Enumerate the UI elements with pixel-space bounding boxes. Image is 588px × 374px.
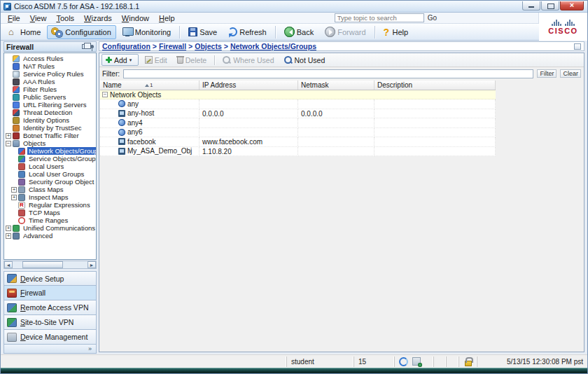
sidebar-item-local-users[interactable]: Local Users <box>6 162 96 170</box>
collapse-icon[interactable] <box>6 141 11 146</box>
expand-icon[interactable] <box>6 233 11 239</box>
search-go-button[interactable]: Go <box>428 14 437 22</box>
pin-panel-icon[interactable] <box>90 45 94 48</box>
sidebar-item-service-objects-groups[interactable]: Service Objects/Groups <box>6 155 96 162</box>
sidebar-item-identity-options[interactable]: Identity Options <box>6 116 96 124</box>
host-icon <box>118 138 125 145</box>
table-row[interactable]: My_ASA_Demo_Obj 1.10.8.20 <box>100 147 496 157</box>
sidebar-item-security-group-object-group[interactable]: Security Group Object Group <box>6 178 96 186</box>
menu-tools[interactable]: Tools <box>51 13 79 23</box>
sidebar-item-objects[interactable]: Objects <box>6 139 96 147</box>
expand-icon[interactable] <box>11 195 17 200</box>
expand-icon[interactable] <box>6 226 11 231</box>
column-header-name[interactable]: Name 1 <box>100 81 200 90</box>
undock-panel-icon[interactable] <box>82 44 88 49</box>
column-header-netmask[interactable]: Netmask <box>298 81 374 90</box>
back-button[interactable]: Back <box>279 25 318 39</box>
sidebar-item-botnet-traffic-filter[interactable]: Botnet Traffic Filter <box>6 132 96 139</box>
minimize-button[interactable] <box>522 1 540 11</box>
sidebar-item-service-policy-rules[interactable]: Service Policy Rules <box>6 70 96 78</box>
table-row[interactable]: any6 <box>100 128 496 138</box>
device-management-icon <box>7 333 17 342</box>
scrollbar-thumb[interactable] <box>22 261 63 268</box>
filter-input[interactable] <box>123 69 533 78</box>
collapse-nav-icon[interactable] <box>88 345 92 352</box>
sidebar-item-nat-rules[interactable]: NAT Rules <box>6 62 96 70</box>
group-row-network-objects[interactable]: Network Objects <box>100 90 496 99</box>
breadcrumb-network-objects-groups[interactable]: Network Objects/Groups <box>230 42 316 50</box>
filter-clear-link[interactable]: Clear <box>560 69 581 78</box>
group-collapse-icon[interactable] <box>102 92 108 97</box>
home-button[interactable]: Home <box>4 25 46 39</box>
configuration-button[interactable]: Configuration <box>47 25 115 39</box>
table-row[interactable]: facebook www.facebook.com <box>100 137 496 147</box>
sidebar-item-inspect-maps[interactable]: Inspect Maps <box>6 193 96 201</box>
delete-button[interactable]: Delete <box>174 54 210 66</box>
sidebar-item-advanced[interactable]: Advanced <box>6 232 96 240</box>
sidebar-item-network-objects-groups[interactable]: Network Objects/Groups <box>6 147 96 155</box>
breadcrumb-firewall[interactable]: Firewall <box>159 42 186 50</box>
table-row[interactable]: any-host 0.0.0.0 0.0.0.0 <box>100 109 496 119</box>
monitoring-button[interactable]: Monitoring <box>118 25 176 39</box>
cisco-logo: CISCO <box>538 13 587 41</box>
table-row[interactable]: any4 <box>100 118 496 128</box>
nav-remote-access-vpn[interactable]: Remote Access VPN <box>4 300 97 315</box>
expand-icon[interactable] <box>6 133 11 139</box>
not-used-button[interactable]: Not Used <box>281 54 329 66</box>
scroll-right-arrow-icon[interactable] <box>88 261 96 268</box>
sidebar-item-public-servers[interactable]: Public Servers <box>6 93 96 101</box>
table-row[interactable]: any <box>100 99 496 109</box>
scroll-left-arrow-icon[interactable] <box>4 261 13 268</box>
sidebar-item-time-ranges[interactable]: Time Ranges <box>6 216 96 224</box>
sidebar-item-identity-by-trustsec[interactable]: Identity by TrustSec <box>6 124 96 132</box>
menu-help[interactable]: Help <box>154 13 180 23</box>
sort-ascending-icon: 1 <box>145 82 153 88</box>
column-header-ip-address[interactable]: IP Address <box>200 81 298 90</box>
breadcrumb-separator: > <box>188 42 192 50</box>
workspace: Firewall Access Rules NAT Rules Service … <box>1 41 587 354</box>
identity-options-icon <box>13 117 20 124</box>
sidebar-item-regular-expressions[interactable]: Regular Expressions <box>6 201 96 209</box>
edit-button[interactable]: Edit <box>141 54 171 66</box>
sidebar-item-class-maps[interactable]: Class Maps <box>6 186 96 193</box>
identity-trustsec-icon <box>13 125 20 132</box>
main-content: Configuration > Firewall > Objects > Net… <box>99 41 584 354</box>
search-input[interactable] <box>335 13 424 22</box>
refresh-button[interactable]: Refresh <box>223 25 272 39</box>
close-button[interactable] <box>560 1 584 11</box>
help-button[interactable]: Help <box>379 25 414 39</box>
cisco-logo-text: CISCO <box>548 27 578 35</box>
sidebar-item-url-filtering-servers[interactable]: URL Filtering Servers <box>6 101 96 109</box>
menu-view[interactable]: View <box>25 13 52 23</box>
maximize-button[interactable] <box>541 1 559 11</box>
pane-menu-icon[interactable] <box>574 43 581 50</box>
nav-device-management[interactable]: Device Management <box>4 330 97 345</box>
save-button[interactable]: Save <box>183 25 222 39</box>
activity-status-icon <box>412 357 421 366</box>
forward-button[interactable]: Forward <box>320 25 370 39</box>
where-used-button[interactable]: Where Used <box>219 54 277 66</box>
sidebar-item-threat-detection[interactable]: Threat Detection <box>6 109 96 116</box>
nav-device-setup[interactable]: Device Setup <box>4 271 97 286</box>
tree-horizontal-scrollbar[interactable] <box>4 261 97 269</box>
nav-firewall[interactable]: Firewall <box>4 286 97 300</box>
nav-site-to-site-vpn[interactable]: Site-to-Site VPN <box>4 315 97 330</box>
refresh-icon <box>228 27 237 36</box>
filter-apply-link[interactable]: Filter <box>537 69 556 78</box>
menu-window[interactable]: Window <box>117 13 154 23</box>
sidebar-item-aaa-rules[interactable]: AAA Rules <box>6 78 96 85</box>
add-button[interactable]: Add <box>102 54 139 66</box>
column-header-description[interactable]: Description <box>374 81 496 90</box>
sidebar-item-tcp-maps[interactable]: TCP Maps <box>6 209 96 216</box>
expand-icon[interactable] <box>11 187 17 193</box>
menu-wizards[interactable]: Wizards <box>79 13 117 23</box>
sidebar-item-local-user-groups[interactable]: Local User Groups <box>6 170 96 178</box>
network-any-icon <box>118 119 125 126</box>
sidebar-item-unified-communications[interactable]: Unified Communications <box>6 224 96 232</box>
breadcrumb-configuration[interactable]: Configuration <box>102 42 150 50</box>
breadcrumb-objects[interactable]: Objects <box>195 42 222 50</box>
sidebar-item-access-rules[interactable]: Access Rules <box>6 55 96 62</box>
menu-file[interactable]: File <box>3 13 25 23</box>
sidebar-item-filter-rules[interactable]: Filter Rules <box>6 85 96 93</box>
breadcrumb-separator: > <box>224 42 228 50</box>
